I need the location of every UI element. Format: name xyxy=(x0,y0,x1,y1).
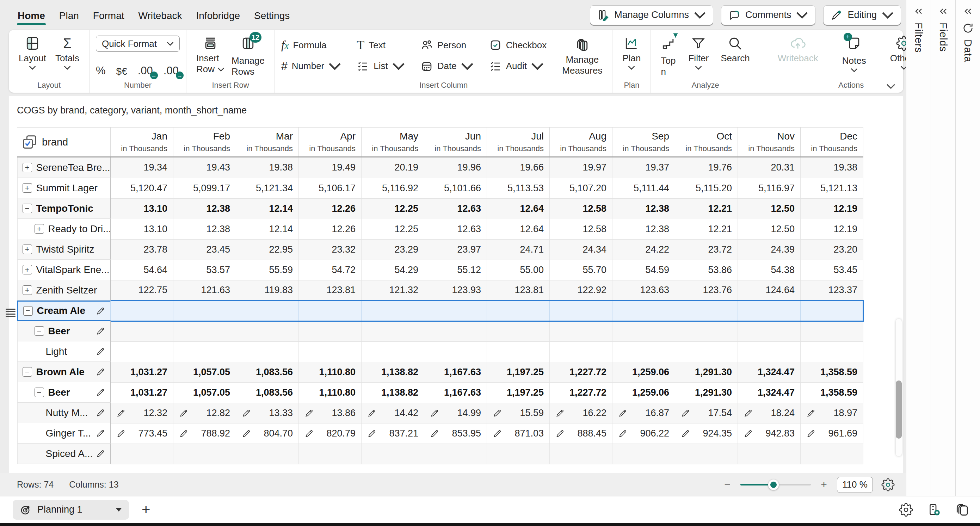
data-cell[interactable]: 17.54 xyxy=(675,403,738,423)
quick-format-dropdown[interactable]: Quick Format xyxy=(96,36,180,52)
data-cell[interactable]: 55.00 xyxy=(487,260,550,280)
data-cell[interactable]: 12.21 xyxy=(675,219,738,239)
expand-toggle-icon[interactable]: + xyxy=(22,163,32,172)
sidebar-panel-data[interactable]: Data xyxy=(955,0,980,496)
data-cell[interactable] xyxy=(801,443,863,464)
edit-pencil-icon[interactable] xyxy=(96,408,105,418)
edit-pencil-icon[interactable] xyxy=(743,429,753,438)
corner-header-cell[interactable]: brand xyxy=(17,127,111,157)
data-cell[interactable]: 12.63 xyxy=(424,219,487,239)
sheet-tab-planning[interactable]: Planning 1 xyxy=(13,500,129,520)
data-cell[interactable]: 1,197.25 xyxy=(487,382,550,403)
data-cell[interactable]: 24.22 xyxy=(612,239,675,260)
data-cell[interactable]: 924.35 xyxy=(675,423,738,443)
add-sheet-button[interactable]: + xyxy=(142,502,151,517)
row-label-cell[interactable]: +Ready to Dri... xyxy=(17,219,111,239)
data-cell[interactable]: 853.95 xyxy=(424,423,487,443)
data-cell[interactable]: 961.69 xyxy=(801,423,863,443)
data-cell[interactable]: 1,167.63 xyxy=(424,362,487,382)
edit-pencil-icon[interactable] xyxy=(179,408,189,418)
data-cell[interactable]: 18.24 xyxy=(738,403,801,423)
insert-person-column-button[interactable]: Person xyxy=(420,39,474,51)
data-cell[interactable] xyxy=(550,342,612,362)
data-cell[interactable]: 23.45 xyxy=(173,239,236,260)
data-cell[interactable]: 13.10 xyxy=(111,219,173,239)
expand-toggle-icon[interactable]: + xyxy=(22,285,32,295)
column-header-month[interactable]: Mayin Thousands xyxy=(361,127,424,157)
data-cell[interactable]: 5,099.17 xyxy=(173,178,236,199)
column-header-month[interactable]: Julin Thousands xyxy=(487,127,550,157)
data-cell[interactable]: 820.79 xyxy=(299,423,361,443)
data-cell[interactable] xyxy=(361,300,424,321)
data-cell[interactable]: 12.50 xyxy=(738,219,801,239)
data-cell[interactable]: 5,113.53 xyxy=(487,178,550,199)
row-label-cell[interactable]: +SereneTea Bre... xyxy=(17,157,111,178)
collapse-toggle-icon[interactable]: − xyxy=(35,326,44,336)
row-label-cell[interactable]: −TempoTonic xyxy=(17,199,111,219)
data-cell[interactable]: 5,121.13 xyxy=(801,178,863,199)
data-cell[interactable]: 54.38 xyxy=(738,260,801,280)
data-cell[interactable]: 124.64 xyxy=(738,280,801,300)
collapse-ribbon-chevron-icon[interactable] xyxy=(886,84,896,89)
data-cell[interactable]: 12.25 xyxy=(361,199,424,219)
row-label-cell[interactable]: +Summit Lager xyxy=(17,178,111,199)
data-cell[interactable]: 12.25 xyxy=(361,219,424,239)
data-cell[interactable]: 16.87 xyxy=(612,403,675,423)
data-cell[interactable]: 123.93 xyxy=(424,280,487,300)
edit-pencil-icon[interactable] xyxy=(367,408,377,418)
database-add-icon[interactable] xyxy=(927,503,941,517)
decrease-decimal-button[interactable]: .00 ← xyxy=(138,65,153,77)
data-cell[interactable]: 5,106.17 xyxy=(299,178,361,199)
data-cell[interactable]: 54.72 xyxy=(299,260,361,280)
data-cell[interactable]: 121.32 xyxy=(361,280,424,300)
data-cell[interactable]: 12.14 xyxy=(236,199,299,219)
data-cell[interactable]: 5,111.44 xyxy=(612,178,675,199)
data-cell[interactable] xyxy=(487,300,550,321)
zoom-level-value[interactable]: 110 % xyxy=(837,477,873,493)
sidebar-panel-fields[interactable]: Fields xyxy=(931,0,955,496)
data-cell[interactable]: 906.22 xyxy=(612,423,675,443)
data-cell[interactable] xyxy=(361,342,424,362)
totals-button[interactable]: Σ Totals xyxy=(52,36,83,70)
data-cell[interactable]: 1,358.59 xyxy=(801,382,863,403)
edit-pencil-icon[interactable] xyxy=(96,388,105,397)
column-header-month[interactable]: Janin Thousands xyxy=(111,127,173,157)
edit-pencil-icon[interactable] xyxy=(242,429,251,438)
data-cell[interactable]: 1,324.47 xyxy=(738,382,801,403)
data-cell[interactable] xyxy=(612,300,675,321)
data-cell[interactable]: 1,291.30 xyxy=(675,362,738,382)
column-header-month[interactable]: Marin Thousands xyxy=(236,127,299,157)
manage-measures-button[interactable]: ManageMeasures xyxy=(558,37,606,76)
data-cell[interactable]: 13.33 xyxy=(236,403,299,423)
zoom-in-button[interactable]: + xyxy=(819,479,829,491)
row-label-cell[interactable]: +Zenith Seltzer xyxy=(17,280,111,300)
collapse-toggle-icon[interactable]: − xyxy=(22,367,32,377)
manage-rows-button[interactable]: 12 ManageRows xyxy=(228,36,268,77)
data-cell[interactable]: 5,121.34 xyxy=(236,178,299,199)
column-header-month[interactable]: Aprin Thousands xyxy=(299,127,361,157)
data-cell[interactable] xyxy=(424,321,487,342)
menu-tab-writeback[interactable]: Writeback xyxy=(138,5,183,25)
data-cell[interactable]: 13.86 xyxy=(299,403,361,423)
data-cell[interactable]: 18.97 xyxy=(801,403,863,423)
data-cell[interactable]: 12.58 xyxy=(550,199,612,219)
edit-pencil-icon[interactable] xyxy=(179,429,189,438)
currency-format-button[interactable]: $€ xyxy=(116,66,127,77)
data-cell[interactable]: 23.97 xyxy=(424,239,487,260)
data-cell[interactable]: 871.03 xyxy=(487,423,550,443)
data-cell[interactable]: 19.38 xyxy=(236,157,299,178)
filter-button[interactable]: Filter xyxy=(685,36,712,70)
column-header-month[interactable]: Augin Thousands xyxy=(550,127,612,157)
menu-tab-plan[interactable]: Plan xyxy=(59,5,80,25)
data-cell[interactable] xyxy=(236,300,299,321)
zoom-settings-gear-icon[interactable] xyxy=(881,478,895,491)
data-cell[interactable] xyxy=(738,321,801,342)
sheet-tab-caret-icon[interactable] xyxy=(116,508,122,512)
data-cell[interactable]: 23.20 xyxy=(801,239,863,260)
data-cell[interactable] xyxy=(173,342,236,362)
column-header-month[interactable]: Sepin Thousands xyxy=(612,127,675,157)
data-cell[interactable]: 13.10 xyxy=(111,199,173,219)
manage-columns-button[interactable]: Manage Columns xyxy=(590,5,713,25)
data-cell[interactable] xyxy=(236,342,299,362)
data-cell[interactable]: 123.76 xyxy=(675,280,738,300)
